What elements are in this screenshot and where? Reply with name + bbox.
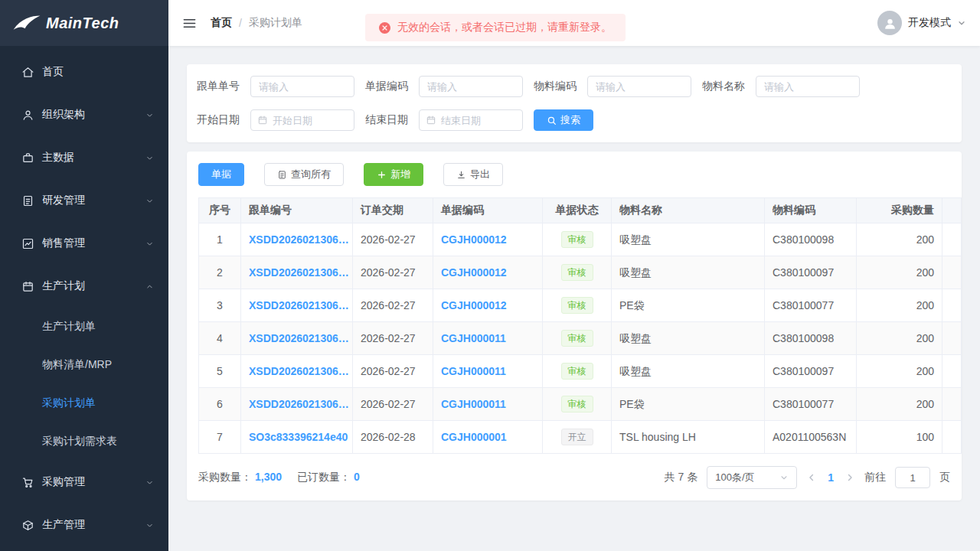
- breadcrumb-home[interactable]: 首页: [211, 16, 232, 30]
- chevron-down-icon: [145, 196, 155, 206]
- date-input-field[interactable]: [441, 115, 516, 126]
- sidebar-item-2[interactable]: 主数据: [0, 136, 168, 179]
- search-button[interactable]: 搜索: [534, 109, 593, 131]
- cell-doc-no: CGJH000011: [433, 355, 543, 388]
- sidebar-item-4[interactable]: 销售管理: [0, 222, 168, 265]
- chevron-down-icon: [779, 473, 789, 482]
- cell-due-date: 2026-02-27: [353, 388, 433, 421]
- table-row: 2XSDD2026021306…2026-02-27CGJH000012审核吸塑…: [199, 256, 962, 289]
- order-no-link[interactable]: XSDD2026021306…: [249, 233, 349, 246]
- cell-doc-no: CGJH000011: [433, 388, 543, 421]
- filter-input[interactable]: [587, 76, 691, 97]
- sidebar-item-3[interactable]: 研发管理: [0, 179, 168, 222]
- query-all-button[interactable]: 查询所有: [264, 163, 344, 186]
- toolbar: 单据 查询所有 新增: [198, 163, 950, 186]
- topbar: 首页 / 采购计划单 无效的会话，或者会话已过期，请重新登录。 开发模式: [168, 0, 980, 46]
- doc-no-link[interactable]: CGJH000011: [441, 398, 506, 410]
- menu-toggle-icon[interactable]: [182, 16, 197, 31]
- sidebar-item-label: 采购管理: [42, 475, 137, 489]
- doc-no-link[interactable]: CGJH000012: [441, 233, 507, 246]
- doc-no-link[interactable]: CGJH000012: [441, 266, 507, 279]
- doc-no-link[interactable]: CGJH000012: [441, 299, 507, 311]
- user-mode-label: 开发模式: [908, 16, 951, 30]
- column-header: 单据状态: [543, 198, 612, 223]
- order-no-link[interactable]: XSDD2026021306…: [249, 365, 349, 377]
- date-input[interactable]: [419, 109, 523, 131]
- sidebar-item-7[interactable]: 生产管理: [0, 504, 168, 546]
- sidebar-item-6[interactable]: 采购管理: [0, 461, 168, 504]
- sidebar-subitem[interactable]: 物料清单/MRP: [0, 346, 168, 384]
- cell-material-code: C380100097: [765, 355, 857, 388]
- status-badge: 审核: [561, 330, 593, 347]
- add-button[interactable]: 新增: [364, 163, 423, 186]
- sidebar-subitem[interactable]: 生产计划单: [0, 308, 168, 346]
- cell-status: 审核: [543, 388, 612, 421]
- search-icon: [547, 116, 557, 126]
- cell-doc-no: CGJH000012: [433, 223, 543, 256]
- cell-material-name: TSL housing LH: [612, 421, 765, 454]
- table-row: 6XSDD2026021306…2026-02-27CGJH000011审核PE…: [199, 388, 962, 421]
- status-badge: 审核: [561, 363, 593, 380]
- cell-qty: 200: [857, 289, 942, 322]
- calendar-icon: [426, 115, 436, 126]
- order-no-link[interactable]: XSDD2026021306…: [249, 398, 349, 410]
- ordered-qty-label: 已订数量：: [297, 471, 351, 483]
- chevron-down-icon: [145, 478, 155, 487]
- filter-input[interactable]: [419, 76, 523, 97]
- cell-order-no: XSDD2026021306…: [241, 223, 353, 256]
- column-header: 物料名称: [612, 198, 765, 223]
- cell-due-date: 2026-02-27: [353, 256, 433, 289]
- cell-due-date: 2026-02-27: [353, 322, 433, 355]
- status-badge: 审核: [561, 264, 593, 281]
- doc-no-link[interactable]: CGJH000011: [441, 332, 506, 344]
- cell-status: 审核: [543, 355, 612, 388]
- calendar-icon: [21, 280, 34, 293]
- cell-extra: [942, 421, 962, 454]
- export-button[interactable]: 导出: [443, 163, 503, 186]
- user-menu[interactable]: 开发模式: [877, 11, 968, 35]
- footer-summary: 采购数量：1,300 已订数量：0: [198, 471, 360, 484]
- column-header: 物料编码: [765, 198, 857, 223]
- filter-input[interactable]: [250, 76, 354, 97]
- breadcrumb-separator: /: [239, 17, 242, 29]
- date-input[interactable]: [250, 109, 354, 131]
- filter-input[interactable]: [756, 76, 860, 97]
- sidebar-item-0[interactable]: 首页: [0, 51, 168, 93]
- column-header: 跟单编号: [241, 198, 353, 223]
- sidebar-item-1[interactable]: 组织架构: [0, 93, 168, 136]
- logo-swoosh-icon: [12, 14, 41, 32]
- doc-no-link[interactable]: CGJH000011: [441, 365, 506, 377]
- cell-due-date: 2026-02-27: [353, 355, 433, 388]
- next-page-button[interactable]: [844, 472, 855, 483]
- filter-field: 单据编码: [365, 76, 523, 97]
- cell-seq: 2: [199, 256, 241, 289]
- order-no-link[interactable]: XSDD2026021306…: [249, 266, 349, 279]
- cell-status: 审核: [543, 322, 612, 355]
- plus-icon: [377, 170, 387, 180]
- sidebar-menu: 首页组织架构主数据研发管理销售管理生产计划生产计划单物料清单/MRP采购计划单采…: [0, 46, 168, 551]
- page-size-select[interactable]: 100条/页: [707, 466, 797, 489]
- prev-page-button[interactable]: [806, 472, 817, 483]
- sidebar-item-5[interactable]: 生产计划: [0, 265, 168, 308]
- pagination: 共 7 条 100条/页 1 前往: [665, 466, 950, 489]
- cell-material-code: C380100098: [765, 223, 857, 256]
- cell-order-no: XSDD2026021306…: [241, 322, 353, 355]
- current-page[interactable]: 1: [826, 471, 835, 484]
- order-no-link[interactable]: XSDD2026021306…: [249, 299, 349, 311]
- chevron-up-icon: [145, 282, 155, 292]
- sidebar-subitem[interactable]: 采购计划单: [0, 384, 168, 422]
- docs-button[interactable]: 单据: [198, 163, 244, 186]
- goto-page-input[interactable]: [895, 467, 930, 488]
- cell-status: 开立: [543, 421, 612, 454]
- sidebar-item-label: 生产计划: [42, 279, 137, 293]
- doc-no-link[interactable]: CGJH000001: [441, 431, 507, 443]
- filter-label: 物料名称: [702, 80, 745, 93]
- column-header: 采购数量: [857, 198, 942, 223]
- sidebar-subitem[interactable]: 采购计划需求表: [0, 422, 168, 461]
- date-input-field[interactable]: [273, 115, 348, 126]
- filter-field: 物料名称: [702, 76, 860, 97]
- cell-order-no: XSDD2026021306…: [241, 256, 353, 289]
- column-header: 序号: [199, 198, 241, 223]
- order-no-link[interactable]: SO3c833396214e40: [249, 431, 348, 443]
- order-no-link[interactable]: XSDD2026021306…: [249, 332, 349, 344]
